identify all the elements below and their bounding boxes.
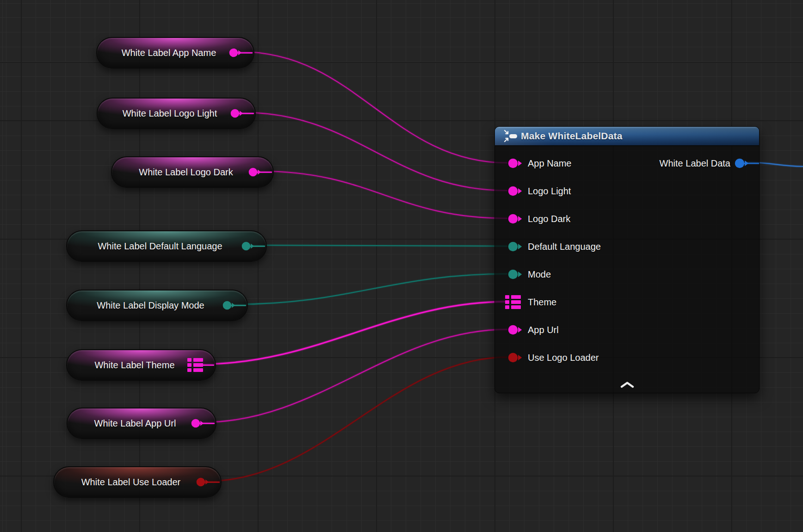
input-pin[interactable] bbox=[508, 269, 523, 279]
variable-getter-label: White Label Display Mode bbox=[81, 300, 220, 311]
variable-getter-node-logo-dark[interactable]: White Label Logo Dark bbox=[111, 156, 274, 188]
make-whitelabeldata-node[interactable]: Make WhiteLabelData App NameLogo LightLo… bbox=[494, 126, 760, 393]
input-pin[interactable] bbox=[508, 241, 523, 252]
variable-getter-label: White Label App Name bbox=[111, 48, 227, 58]
output-pin-label: White Label Data bbox=[660, 158, 730, 169]
variable-getter-label: White Label Theme bbox=[81, 360, 188, 371]
input-pin-row: App Url bbox=[495, 316, 759, 344]
input-pin-row: Logo Dark bbox=[495, 205, 759, 233]
variable-getter-label: White Label Use Loader bbox=[68, 477, 194, 488]
node-title: Make WhiteLabelData bbox=[521, 130, 623, 142]
variable-getter-node-theme[interactable]: White Label Theme bbox=[66, 349, 216, 381]
input-pin-row: Default Language bbox=[495, 233, 759, 260]
input-pin-label: Mode bbox=[528, 269, 551, 280]
variable-getter-node-app-url[interactable]: White Label App Url bbox=[67, 408, 216, 439]
variable-getter-node-default-language[interactable]: White Label Default Language bbox=[66, 230, 267, 262]
blueprint-graph-canvas[interactable]: Make WhiteLabelData App NameLogo LightLo… bbox=[0, 0, 803, 532]
make-struct-icon bbox=[503, 130, 518, 142]
input-pin-row: Mode bbox=[495, 260, 759, 288]
variable-getter-label: White Label Default Language bbox=[81, 241, 239, 252]
input-pin-label: Use Logo Loader bbox=[528, 353, 599, 363]
variable-getter-label: White Label App Url bbox=[81, 418, 189, 429]
output-pin-struct-icon[interactable] bbox=[187, 358, 203, 372]
input-pin-label: App Url bbox=[528, 325, 559, 335]
output-pin[interactable] bbox=[248, 167, 262, 177]
variable-getter-label: White Label Logo Dark bbox=[126, 167, 246, 178]
output-pin-row: White Label Data bbox=[495, 149, 759, 177]
input-pin[interactable] bbox=[508, 353, 523, 363]
input-pin-row: Logo Light bbox=[495, 177, 759, 205]
collapse-chevron-button[interactable] bbox=[616, 380, 639, 389]
input-pin-row: Use Logo Loader bbox=[495, 344, 759, 371]
node-layer: Make WhiteLabelData App NameLogo LightLo… bbox=[0, 0, 803, 532]
input-pin-label: Logo Dark bbox=[528, 214, 570, 224]
output-pin[interactable] bbox=[222, 301, 236, 310]
variable-getter-node-display-mode[interactable]: White Label Display Mode bbox=[66, 290, 248, 321]
output-pin[interactable] bbox=[241, 241, 255, 251]
input-pin-label: Default Language bbox=[528, 241, 601, 252]
input-pin[interactable] bbox=[508, 325, 523, 335]
variable-getter-node-app-name[interactable]: White Label App Name bbox=[96, 37, 254, 68]
output-pin[interactable] bbox=[196, 477, 210, 487]
output-pin[interactable] bbox=[230, 109, 244, 118]
output-pin[interactable] bbox=[191, 419, 205, 428]
input-pin-label: Logo Light bbox=[528, 186, 571, 197]
input-pin[interactable] bbox=[508, 214, 523, 224]
node-header[interactable]: Make WhiteLabelData bbox=[495, 127, 759, 146]
output-pin[interactable] bbox=[229, 48, 243, 57]
input-pin[interactable] bbox=[508, 186, 523, 196]
input-pin-label: Theme bbox=[528, 297, 556, 308]
variable-getter-node-use-loader[interactable]: White Label Use Loader bbox=[53, 466, 222, 498]
variable-getter-label: White Label Logo Light bbox=[111, 108, 228, 119]
variable-getter-node-logo-light[interactable]: White Label Logo Light bbox=[97, 98, 256, 129]
input-pin-struct-icon[interactable] bbox=[505, 295, 521, 309]
input-pin-row: Theme bbox=[495, 288, 759, 316]
output-pin[interactable] bbox=[735, 158, 750, 168]
